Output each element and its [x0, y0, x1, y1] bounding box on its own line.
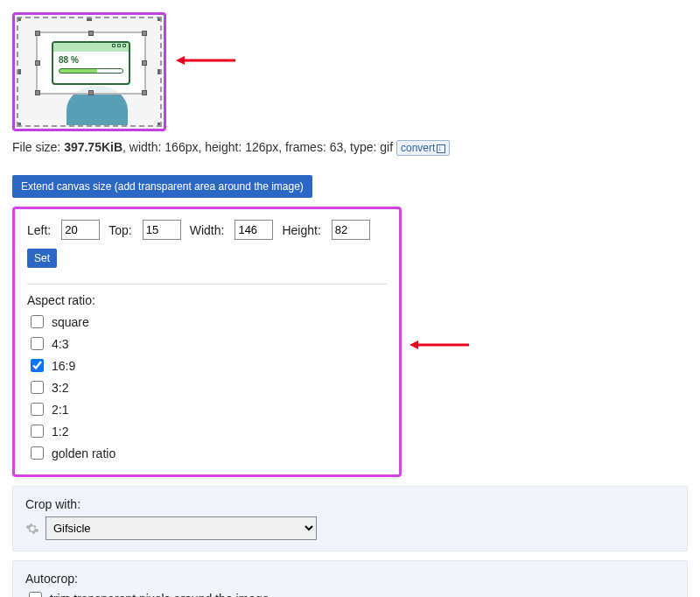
aspect-ratio-options: square 4:3 16:9 3:2 2:1 1:2 golden ratio: [27, 311, 387, 464]
preview-area: 88 %: [12, 12, 166, 131]
crop-settings-panel: Left: Top: Width: Height: Set Aspect rat…: [12, 207, 402, 477]
crop-with-label: Crop with:: [25, 497, 675, 511]
set-button[interactable]: Set: [27, 249, 57, 268]
selection-handle[interactable]: [88, 31, 94, 36]
file-height-value: 126px: [245, 140, 278, 154]
file-type-label: , type:: [343, 140, 380, 154]
selection-handle[interactable]: [142, 31, 147, 36]
preview-highlight: 88 %: [12, 12, 166, 131]
selection-handle[interactable]: [142, 60, 147, 66]
file-frames-label: , frames:: [278, 140, 329, 154]
canvas-handle[interactable]: [158, 17, 162, 21]
aspect-checkbox-golden[interactable]: [31, 446, 44, 460]
crop-canvas[interactable]: 88 %: [17, 17, 162, 127]
file-width-value: 166px: [164, 140, 198, 154]
left-label: Left:: [27, 223, 51, 237]
file-width-label: , width:: [122, 140, 164, 154]
sample-window-illustration: 88 %: [52, 41, 130, 85]
width-label: Width:: [190, 223, 225, 237]
autocrop-trim-checkbox[interactable]: [29, 592, 42, 597]
aspect-ratio-title: Aspect ratio:: [27, 293, 387, 307]
autocrop-option-label: trim transparent pixels around the image: [50, 592, 270, 598]
file-frames-value: 63: [330, 140, 344, 154]
file-size-value: 397.75KiB: [64, 140, 122, 154]
autocrop-panel: Autocrop: trim transparent pixels around…: [12, 560, 688, 597]
selection-handle[interactable]: [35, 90, 40, 95]
selection-handle[interactable]: [88, 90, 94, 95]
dimension-row: Left: Top: Width: Height: Set: [27, 220, 387, 268]
gear-icon: [25, 522, 39, 536]
canvas-handle[interactable]: [17, 69, 21, 74]
aspect-checkbox-3-2[interactable]: [31, 381, 44, 394]
aspect-label: 1:2: [52, 425, 68, 439]
height-label: Height:: [282, 223, 320, 237]
canvas-handle[interactable]: [17, 17, 21, 21]
canvas-handle[interactable]: [87, 17, 92, 21]
convert-button[interactable]: convert: [396, 140, 450, 156]
selection-handle[interactable]: [142, 90, 147, 95]
crop-selection[interactable]: 88 %: [36, 32, 146, 95]
aspect-label: square: [52, 315, 89, 329]
selection-handle[interactable]: [35, 31, 40, 36]
selection-handle[interactable]: [35, 60, 40, 66]
panel-divider: [27, 284, 387, 284]
aspect-checkbox-square[interactable]: [31, 315, 44, 328]
crop-with-select[interactable]: Gifsicle: [46, 516, 317, 540]
convert-label: convert: [401, 142, 435, 154]
width-input[interactable]: [234, 220, 273, 240]
aspect-label: 3:2: [52, 381, 68, 395]
crop-with-panel: Crop with: Gifsicle: [12, 486, 688, 551]
sample-percent-text: 88 %: [53, 52, 129, 65]
aspect-checkbox-2-1[interactable]: [31, 403, 44, 416]
aspect-checkbox-16-9[interactable]: [31, 359, 44, 372]
file-height-label: , height:: [198, 140, 245, 154]
aspect-label: 16:9: [52, 359, 75, 373]
canvas-handle[interactable]: [158, 123, 162, 127]
aspect-label: 4:3: [52, 337, 68, 351]
aspect-checkbox-1-2[interactable]: [31, 425, 44, 438]
height-input[interactable]: [332, 220, 370, 240]
file-type-value: gif: [380, 140, 393, 154]
autocrop-title: Autocrop:: [25, 572, 675, 586]
download-icon: [437, 144, 445, 153]
top-input[interactable]: [143, 220, 181, 240]
aspect-checkbox-4-3[interactable]: [31, 337, 44, 350]
canvas-handle[interactable]: [17, 123, 21, 127]
canvas-handle[interactable]: [158, 69, 162, 74]
extend-canvas-button[interactable]: Extend canvas size (add transparent area…: [12, 175, 312, 198]
file-size-label: File size:: [12, 140, 64, 154]
aspect-label: 2:1: [52, 403, 68, 417]
top-label: Top:: [108, 223, 131, 237]
left-input[interactable]: [61, 220, 100, 240]
aspect-label: golden ratio: [52, 446, 116, 460]
file-info-line: File size: 397.75KiB, width: 166px, heig…: [12, 140, 688, 156]
